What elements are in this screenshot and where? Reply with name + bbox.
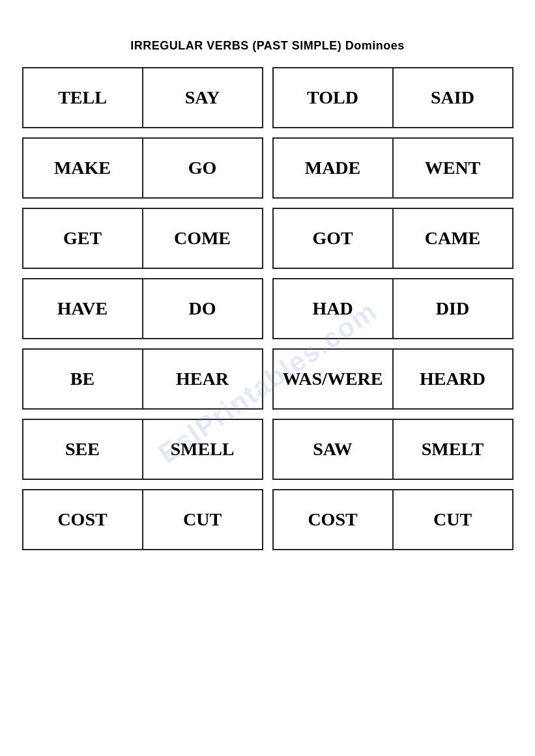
domino-left-2: GETCOME [22, 208, 263, 269]
domino-cell-left-6-0: COST [23, 490, 143, 549]
domino-cell-left-3-0: HAVE [23, 279, 143, 338]
domino-cell-left-6-1: CUT [143, 490, 262, 549]
domino-row-2: GETCOMEGOTCAME [14, 208, 522, 269]
domino-row-3: HAVEDOHADDID [14, 278, 522, 339]
domino-right-5: SAWSMELT [272, 419, 513, 480]
domino-cell-left-4-1: HEAR [143, 350, 262, 408]
domino-row-1: MAKEGOMADEWENT [14, 137, 522, 199]
domino-cell-left-2-0: GET [23, 209, 143, 268]
domino-cell-right-1-0: MADE [274, 139, 394, 197]
domino-cell-left-3-1: DO [143, 279, 262, 338]
domino-cell-left-2-1: COME [143, 209, 262, 268]
domino-cell-right-1-1: WENT [394, 139, 512, 197]
domino-cell-left-5-1: SMELL [143, 420, 262, 479]
page-title: IRREGULAR VERBS (PAST SIMPLE) Dominoes [130, 39, 405, 53]
domino-row-0: TELLSAYTOLDSAID [14, 67, 522, 128]
page-wrapper: EslPrintables.com IRREGULAR VERBS (PAST … [0, 20, 535, 756]
domino-cell-left-0-1: SAY [143, 68, 262, 127]
domino-left-6: COSTCUT [22, 489, 263, 550]
domino-right-2: GOTCAME [272, 208, 513, 269]
domino-cell-right-3-1: DID [394, 279, 512, 338]
domino-right-3: HADDID [272, 278, 513, 339]
domino-right-6: COSTCUT [272, 489, 513, 550]
domino-cell-left-4-0: BE [23, 350, 143, 408]
domino-cell-right-5-0: SAW [274, 420, 394, 479]
domino-cell-right-0-1: SAID [394, 68, 512, 127]
domino-cell-right-4-0: WAS/WERE [274, 350, 394, 408]
domino-left-3: HAVEDO [22, 278, 263, 339]
domino-left-0: TELLSAY [22, 67, 263, 128]
domino-left-1: MAKEGO [22, 137, 263, 199]
domino-row-4: BEHEARWAS/WEREHEARD [14, 348, 522, 410]
domino-right-1: MADEWENT [272, 137, 513, 199]
domino-cell-right-5-1: SMELT [394, 420, 512, 479]
domino-cell-left-0-0: TELL [23, 68, 143, 127]
domino-cell-right-6-0: COST [274, 490, 394, 549]
domino-left-5: SEESMELL [22, 419, 263, 480]
domino-cell-right-2-0: GOT [274, 209, 394, 268]
domino-right-4: WAS/WEREHEARD [272, 348, 513, 410]
domino-left-4: BEHEAR [22, 348, 263, 410]
domino-cell-right-4-1: HEARD [394, 350, 512, 408]
domino-row-5: SEESMELLSAWSMELT [14, 419, 522, 480]
rows-container: TELLSAYTOLDSAIDMAKEGOMADEWENTGETCOMEGOTC… [14, 67, 522, 550]
domino-right-0: TOLDSAID [272, 67, 513, 128]
domino-cell-left-1-0: MAKE [23, 139, 143, 197]
domino-cell-right-2-1: CAME [394, 209, 512, 268]
domino-row-6: COSTCUTCOSTCUT [14, 489, 522, 550]
domino-cell-left-5-0: SEE [23, 420, 143, 479]
domino-cell-right-6-1: CUT [394, 490, 512, 549]
domino-cell-right-0-0: TOLD [274, 68, 394, 127]
domino-cell-left-1-1: GO [143, 139, 262, 197]
domino-cell-right-3-0: HAD [274, 279, 394, 338]
